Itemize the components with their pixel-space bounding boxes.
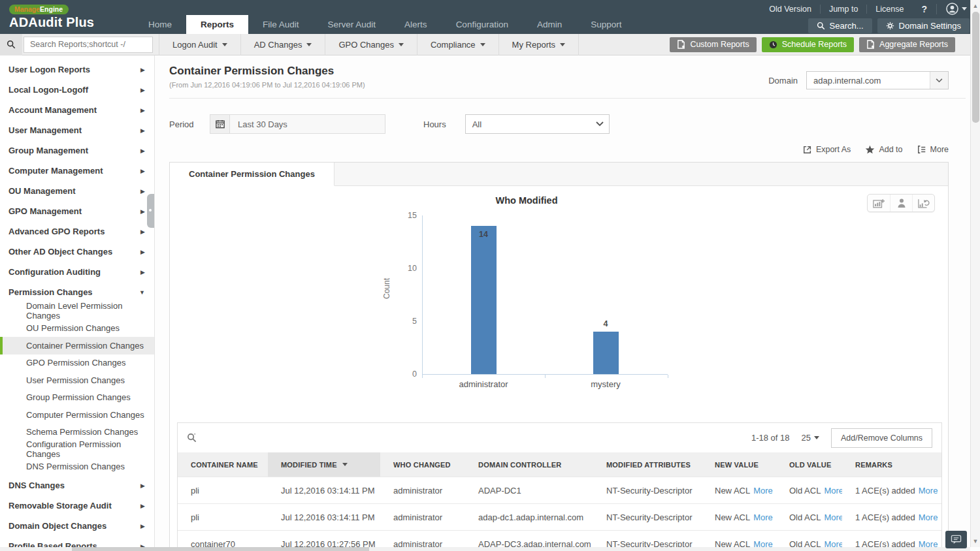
sidebar-item-configuration-auditing[interactable]: Configuration Auditing▶ — [0, 262, 154, 282]
refresh-chart-icon[interactable] — [912, 195, 934, 212]
menu-label: AD Changes — [254, 40, 302, 50]
sidebar-item-user-management[interactable]: User Management▶ — [0, 120, 154, 140]
menu-logon-audit[interactable]: Logon Audit — [159, 34, 241, 55]
column-header-modified-attributes[interactable]: MODIFIED ATTRIBUTES — [593, 452, 702, 477]
topnav-item-server-audit[interactable]: Server Audit — [314, 15, 391, 34]
utility-link-old-version[interactable]: Old Version — [760, 5, 821, 14]
sidebar-subitem-schema-permission-changes[interactable]: Schema Permission Changes — [0, 424, 154, 441]
vertical-scrollbar-thumb[interactable] — [972, 12, 979, 123]
user-chart-icon[interactable] — [890, 195, 912, 212]
column-header-who-changed[interactable]: WHO CHANGED — [380, 452, 465, 477]
table-row: pliJul 12,2016 03:14:11 PMadministratora… — [178, 503, 941, 530]
more-link[interactable]: More — [753, 486, 773, 496]
tab-container-permission-changes[interactable]: Container Permission Changes — [170, 163, 335, 186]
sidebar-item-user-logon-reports[interactable]: User Logon Reports▶ — [0, 59, 154, 80]
topnav-item-support[interactable]: Support — [576, 15, 636, 34]
more-link[interactable]: More — [824, 486, 842, 496]
horizontal-scrollbar-thumb[interactable] — [72, 547, 369, 551]
more-button[interactable]: More — [917, 143, 949, 156]
hours-select[interactable]: All — [465, 114, 610, 134]
sidebar-collapse-handle[interactable] — [147, 194, 154, 228]
sidebar-item-gpo-management[interactable]: GPO Management▶ — [0, 201, 154, 221]
horizontal-scrollbar[interactable] — [0, 547, 970, 551]
topnav-item-alerts[interactable]: Alerts — [390, 15, 442, 34]
vertical-scrollbar[interactable]: ▲ ▼ — [970, 0, 980, 547]
sidebar-item-account-management[interactable]: Account Management▶ — [0, 100, 154, 120]
topnav-item-file-audit[interactable]: File Audit — [248, 15, 314, 34]
column-header-container-name[interactable]: CONTAINER NAME — [178, 452, 268, 477]
page-size-select[interactable]: 25 — [801, 433, 819, 443]
cell-value: 1 ACE(s) added — [855, 486, 915, 496]
bar-value-mystery: 4 — [586, 319, 625, 328]
add-remove-columns-button[interactable]: Add/Remove Columns — [831, 428, 932, 448]
menu-gpo-changes[interactable]: GPO Changes — [325, 34, 417, 55]
sidebar-subitem-ou-permission-changes[interactable]: OU Permission Changes — [0, 320, 154, 338]
menu-my-reports[interactable]: My Reports — [499, 34, 579, 55]
utility-link-jump-to[interactable]: Jump to — [821, 5, 867, 14]
table-search-icon[interactable] — [187, 433, 197, 443]
domain-settings-button[interactable]: Domain Settings — [877, 18, 970, 33]
sidebar-item-advanced-gpo-reports[interactable]: Advanced GPO Reports▶ — [0, 221, 154, 242]
add-to-button[interactable]: Add to — [865, 143, 902, 156]
sidebar-subitem-domain-level-permission-changes[interactable]: Domain Level Permission Changes — [0, 302, 154, 320]
report-search-input[interactable] — [24, 37, 153, 53]
calendar-icon[interactable] — [210, 114, 230, 134]
more-link[interactable]: More — [919, 512, 938, 522]
utility-link-license[interactable]: License — [867, 5, 912, 14]
sidebar-item-other-ad-object-changes[interactable]: Other AD Object Changes▶ — [0, 242, 154, 262]
more-link[interactable]: More — [753, 512, 773, 522]
column-header-new-value[interactable]: NEW VALUE — [702, 452, 776, 477]
user-menu[interactable] — [937, 3, 970, 15]
topnav-item-configuration[interactable]: Configuration — [442, 15, 523, 34]
cell-value: Old ACL — [789, 486, 821, 496]
topnav-item-home[interactable]: Home — [134, 15, 186, 34]
scroll-down-arrow[interactable]: ▼ — [971, 537, 980, 546]
search-icon[interactable] — [0, 34, 22, 55]
sidebar-item-domain-object-changes[interactable]: Domain Object Changes▶ — [0, 516, 154, 536]
menu-ad-changes[interactable]: AD Changes — [241, 34, 326, 55]
sidebar-item-group-management[interactable]: Group Management▶ — [0, 140, 154, 161]
feedback-chat-button[interactable] — [945, 531, 967, 548]
sidebar-item-local-logon-logoff[interactable]: Local Logon-Logoff▶ — [0, 80, 154, 100]
add-chart-icon[interactable] — [868, 195, 890, 212]
column-header-modified-time[interactable]: MODIFIED TIME — [268, 452, 380, 477]
sidebar-item-removable-storage-audit[interactable]: Removable Storage Audit▶ — [0, 496, 154, 516]
domain-select[interactable]: adap.internal.com — [806, 71, 949, 89]
sidebar-subitem-container-permission-changes[interactable]: Container Permission Changes — [0, 337, 154, 354]
more-link[interactable]: More — [824, 512, 842, 522]
action-schedule-reports[interactable]: Schedule Reports — [762, 37, 854, 52]
column-header-domain-controller[interactable]: DOMAIN CONTROLLER — [465, 452, 593, 477]
sidebar-subitem-configuration-permission-changes[interactable]: Configuration Permission Changes — [0, 441, 154, 458]
search-button[interactable]: Search... — [808, 18, 872, 33]
export-as-button[interactable]: Export As — [803, 143, 851, 156]
topnav-item-reports[interactable]: Reports — [186, 15, 248, 34]
sidebar-subitem-dns-permission-changes[interactable]: DNS Permission Changes — [0, 458, 154, 476]
column-header-remarks[interactable]: REMARKS — [842, 452, 941, 477]
period-value-field[interactable]: Last 30 Days — [230, 114, 385, 134]
more-link[interactable]: More — [919, 486, 938, 496]
scroll-up-arrow[interactable]: ▲ — [971, 1, 980, 10]
column-label: OLD VALUE — [789, 461, 832, 469]
sidebar-item-computer-management[interactable]: Computer Management▶ — [0, 161, 154, 181]
sidebar-subitem-group-permission-changes[interactable]: Group Permission Changes — [0, 389, 154, 407]
action-custom-reports[interactable]: Custom Reports — [670, 37, 756, 52]
sidebar-item-ou-management[interactable]: OU Management▶ — [0, 181, 154, 201]
action-aggregate-reports[interactable]: Aggregate Reports — [859, 37, 955, 52]
cell-value: 1 ACE(s) added — [855, 512, 915, 522]
sidebar-item-label: Advanced GPO Reports — [8, 227, 105, 236]
sidebar-subitem-user-permission-changes[interactable]: User Permission Changes — [0, 371, 154, 389]
report-tab-strip: Container Permission Changes — [170, 163, 948, 186]
menu-compliance[interactable]: Compliance — [417, 34, 499, 55]
topnav-item-admin[interactable]: Admin — [523, 15, 576, 34]
help-icon[interactable]: ? — [912, 4, 937, 14]
bar-administrator[interactable] — [471, 226, 497, 374]
app-logo[interactable]: ManageEngine ADAudit Plus — [0, 0, 134, 34]
column-header-old-value[interactable]: OLD VALUE — [776, 452, 842, 477]
chevron-down-icon — [399, 43, 404, 46]
sidebar-subitem-computer-permission-changes[interactable]: Computer Permission Changes — [0, 406, 154, 424]
sidebar-subitem-gpo-permission-changes[interactable]: GPO Permission Changes — [0, 354, 154, 372]
sidebar-item-permission-changes[interactable]: Permission Changes▼ — [0, 282, 154, 302]
old-value-cell: Old ACLMore — [776, 504, 842, 530]
sidebar-item-dns-changes[interactable]: DNS Changes▶ — [0, 475, 154, 496]
bar-mystery[interactable] — [593, 332, 619, 374]
